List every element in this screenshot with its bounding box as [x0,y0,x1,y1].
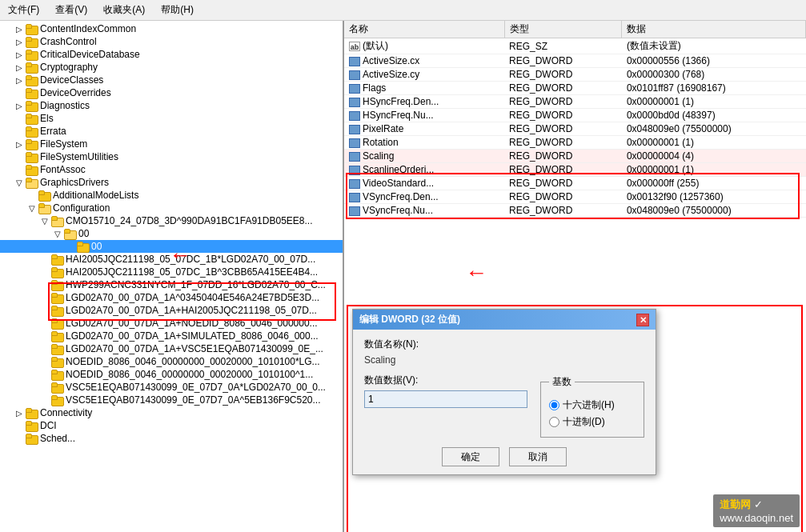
cancel-button[interactable]: 取消 [509,447,567,466]
tree-toggle[interactable]: ▷ [13,25,26,34]
tree-item[interactable]: FontAssoc [0,163,343,176]
hex-radio[interactable] [549,400,559,410]
folder-icon [51,343,64,354]
tree-item[interactable]: ▽Configuration [0,202,343,214]
table-row[interactable]: VideoStandard... REG_DWORD 0x000000ff (2… [344,177,806,190]
tree-toggle[interactable]: ▷ [13,409,26,418]
tree-item[interactable]: NOEDID_8086_0046_00000000_00020000_10101… [0,355,343,368]
tree-item[interactable]: LGD02A70_00_07DA_1A+HAI2005JQC211198_05_… [0,304,343,317]
folder-icon [26,113,38,124]
table-row[interactable]: VSyncFreq.Nu... REG_DWORD 0x048009e0 (75… [344,204,806,218]
tree-toggle[interactable]: ▷ [13,140,26,149]
tree-toggle[interactable]: ▽ [38,217,51,226]
table-row[interactable]: Rotation REG_DWORD 0x00000001 (1) [344,136,806,150]
tree-toggle[interactable]: ▷ [13,63,26,72]
folder-icon [26,87,38,98]
tree-item[interactable]: HAI2005JQC211198_05_07DC_1B^3CBB65A415EE… [0,266,343,278]
tree-toggle[interactable]: ▷ [13,38,26,46]
dec-radio[interactable] [549,417,559,427]
ok-button[interactable]: 确定 [442,447,499,466]
edit-dword-dialog: 编辑 DWORD (32 位值) ✕ 数值名称(N): Scaling 数值数据… [352,309,656,475]
dialog-close-button[interactable]: ✕ [636,314,649,326]
folder-icon [51,254,64,265]
table-row[interactable]: PixelRate REG_DWORD 0x048009e0 (75500000… [344,122,806,136]
value-data-input[interactable] [364,390,527,408]
tree-item[interactable]: ▽GraphicsDrivers [0,176,343,189]
table-row[interactable]: ActiveSize.cx REG_DWORD 0x00000556 (1366… [344,54,806,68]
tree-item[interactable]: HWP299ACNC331NYCM_1F_07DD_16*LGD02A70_00… [0,278,343,291]
col-type[interactable]: 类型 [504,21,622,38]
folder-icon [26,177,38,188]
tree-item[interactable]: Els [0,112,343,125]
left-pane[interactable]: ▷ContentIndexCommon▷CrashControl▷Critica… [0,21,344,532]
tree-item[interactable]: ▽00 [0,227,343,240]
folder-icon [51,266,64,278]
folder-icon [26,433,38,444]
tree-toggle[interactable]: ▽ [13,178,26,187]
col-name[interactable]: 名称 [344,21,504,38]
folder-icon [26,164,38,175]
cell-data: 0x00132f90 (1257360) [622,190,806,204]
table-row[interactable]: ActiveSize.cy REG_DWORD 0x00000300 (768) [344,68,806,82]
table-row[interactable]: Scaling REG_DWORD 0x00000004 (4) [344,150,806,163]
tree-toggle[interactable]: ▽ [26,204,38,213]
folder-icon [51,279,64,290]
tree-item[interactable]: 00 [0,240,343,253]
col-data[interactable]: 数据 [622,21,806,38]
table-row[interactable]: HSyncFreq.Den... REG_DWORD 0x00000001 (1… [344,95,806,109]
tree-item[interactable]: ▷CriticalDeviceDatabase [0,48,343,61]
tree-item[interactable]: ▷Diagnostics [0,99,343,112]
hex-radio-label[interactable]: 十六进制(H) [549,398,636,412]
menu-view[interactable]: 查看(V) [50,2,92,18]
tree-item[interactable]: ▷FileSystem [0,138,343,150]
tree-item[interactable]: FileSystemUtilities [0,150,343,163]
menu-file[interactable]: 文件(F) [3,2,44,18]
folder-icon [26,126,38,137]
tree-item[interactable]: LGD02A70_00_07DA_1A+VSC5E1EQAB071430099_… [0,342,343,355]
tree-item[interactable]: DCI [0,419,343,432]
folder-icon [26,36,38,47]
tree-label: CriticalDeviceDatabase [40,49,140,60]
tree-item[interactable]: ▷Cryptography [0,61,343,74]
table-row[interactable]: HSyncFreq.Nu... REG_DWORD 0x0000bd0d (48… [344,109,806,122]
dec-radio-label[interactable]: 十进制(D) [549,415,636,429]
tree-item[interactable]: DeviceOverrides [0,86,343,99]
tree-item[interactable]: ▷DeviceClasses [0,74,343,86]
tree-toggle[interactable]: ▷ [13,50,26,59]
table-row[interactable]: ab(默认) REG_SZ (数值未设置) [344,38,806,54]
cell-name: PixelRate [344,122,504,136]
tree-item[interactable]: AdditionalModeLists [0,189,343,202]
tree-item[interactable]: LGD02A70_00_07DA_1A+SIMULATED_8086_0046_… [0,330,343,342]
tree-item[interactable]: ▷CrashControl [0,35,343,48]
tree-item[interactable]: NOEDID_8086_0046_00000000_00020000_10101… [0,368,343,381]
cell-name: ab(默认) [344,38,504,54]
tree-label: VSC5E1EQAB071430099_0E_07D7_0A*LGD02A70_… [66,382,326,393]
tree-item[interactable]: ▷ContentIndexCommon [0,22,343,35]
tree-label: GraphicsDrivers [40,177,109,188]
cell-name: HSyncFreq.Den... [344,95,504,109]
tree-item[interactable]: VSC5E1EQAB071430099_0E_07D7_0A^5EB136F9C… [0,394,343,406]
tree-item[interactable]: ▷Connectivity [0,406,343,419]
cell-type: REG_DWORD [504,177,622,190]
tree-label: Cryptography [40,62,98,73]
cell-data: 0x0101ff87 (16908167) [622,82,806,95]
tree-item[interactable]: VSC5E1EQAB071430099_0E_07D7_0A*LGD02A70_… [0,381,343,394]
tree-toggle[interactable]: ▷ [13,102,26,110]
tree-item[interactable]: LGD02A70_00_07DA_1A+NOEDID_8086_0046_000… [0,317,343,330]
menu-help[interactable]: 帮助(H) [156,2,198,18]
tree-item[interactable]: HAI2005JQC211198_05_07DC_1B*LGD02A70_00_… [0,253,343,266]
tree-item[interactable]: Sched... [0,432,343,445]
table-row[interactable]: Flags REG_DWORD 0x0101ff87 (16908167) [344,82,806,95]
folder-icon [26,151,38,162]
tree-toggle[interactable]: ▽ [51,230,64,238]
tree-item[interactable]: ▽CMO15710_24_07D8_3D^990DA91BC1FA91DB05E… [0,214,343,227]
table-row[interactable]: ScanlineOrderi... REG_DWORD 0x00000001 (… [344,163,806,177]
tree-toggle[interactable]: ▷ [13,76,26,85]
dword-icon [349,193,360,202]
menu-favorites[interactable]: 收藏夹(A) [98,2,150,18]
tree-item[interactable]: LGD02A70_00_07DA_1A^03450404E546A24E7BD5… [0,291,343,304]
table-row[interactable]: VSyncFreq.Den... REG_DWORD 0x00132f90 (1… [344,190,806,204]
cell-data: 0x00000001 (1) [622,95,806,109]
tree-item[interactable]: Errata [0,125,343,138]
tree-label: LGD02A70_00_07DA_1A^03450404E546A24E7BD5… [66,292,319,303]
